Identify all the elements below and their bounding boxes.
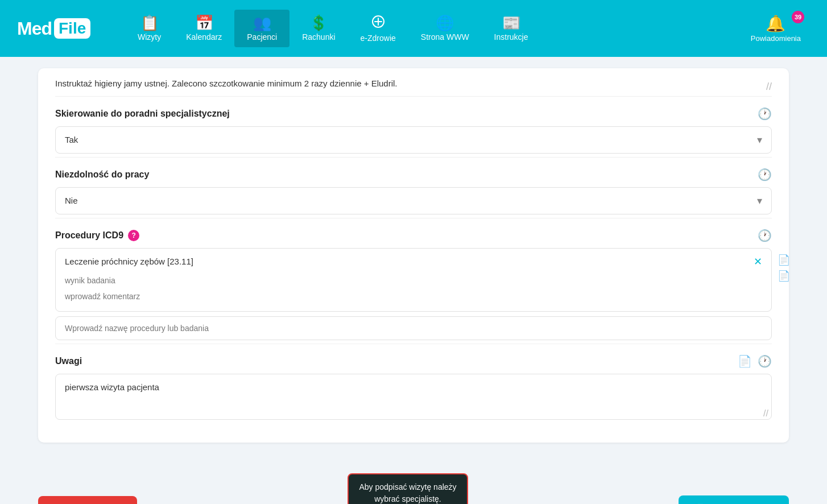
logo-file-box: File xyxy=(54,18,90,39)
nav-kalendarz[interactable]: 📅 Kalendarz xyxy=(173,10,234,47)
strona-www-icon: 🌐 xyxy=(436,15,454,30)
icd9-label-row: Procedury ICD9 ? xyxy=(55,230,139,241)
skierowanie-history-icon[interactable]: 🕐 xyxy=(758,107,772,121)
icd9-komentarz-input[interactable] xyxy=(65,288,762,304)
uwagi-box: pierwsza wizyta pacjenta // xyxy=(55,374,772,422)
icd9-tag-row: Leczenie próchnicy zębów [23.11] ✕ xyxy=(65,255,762,268)
niezdolnosc-history-icon[interactable]: 🕐 xyxy=(758,168,772,181)
form-card: Instruktaż higieny jamy ustnej. Zalecono… xyxy=(38,68,789,443)
delete-visit-button[interactable]: 🗑 Usuń wizytę xyxy=(38,496,137,505)
skierowanie-select[interactable]: Tak ▾ xyxy=(55,126,772,154)
top-text: Instruktaż higieny jamy ustnej. Zalecono… xyxy=(55,77,772,90)
uwagi-textarea[interactable]: pierwsza wizyta pacjenta xyxy=(55,374,772,420)
notifications-button[interactable]: 39 🔔 Powiadomienia xyxy=(742,9,810,48)
logo-med-text: Med xyxy=(17,18,52,39)
nav-wizyty-label: Wizyty xyxy=(138,32,161,42)
uwagi-doc-icon[interactable]: 📄 xyxy=(738,354,752,368)
sign-tooltip-line2: wybrać specjalistę. xyxy=(374,494,441,503)
icd9-history-icon[interactable]: 🕐 xyxy=(758,229,772,242)
icd9-close-icon[interactable]: ✕ xyxy=(754,255,762,268)
footer-bar: 🗑 Usuń wizytę Aby podpisać wizytę należy… xyxy=(15,460,812,505)
procedure-search-input[interactable] xyxy=(55,316,772,340)
niezdolnosc-header: Niezdolność do pracy 🕐 xyxy=(55,168,772,181)
uwagi-header: Uwagi 📄 🕐 xyxy=(55,354,772,368)
icd9-sub-inputs xyxy=(65,272,762,304)
icd9-title: Procedury ICD9 xyxy=(55,230,123,241)
pacjenci-icon: 👥 xyxy=(253,15,271,30)
save-changes-button[interactable]: 💾 Zapisz zmiany xyxy=(679,495,789,504)
sign-wrapper: Aby podpisać wizytę należy wybrać specja… xyxy=(329,473,486,505)
nav-e-zdrowie-label: e-Zdrowie xyxy=(361,34,396,43)
e-zdrowie-icon xyxy=(371,14,386,31)
notifications-label: Powiadomienia xyxy=(751,34,801,43)
niezdolnosc-title: Niezdolność do pracy xyxy=(55,170,149,180)
icd9-doc1-icon[interactable]: 📄 xyxy=(778,254,790,266)
top-text-section: Instruktaż higieny jamy ustnej. Zalecono… xyxy=(55,68,772,97)
sign-tooltip: Aby podpisać wizytę należy wybrać specja… xyxy=(348,473,468,505)
nav-pacjenci[interactable]: 👥 Pacjenci xyxy=(234,10,290,47)
nav-instrukcje-label: Instrukcje xyxy=(494,32,528,42)
nav-wizyty[interactable]: 📋 Wizyty xyxy=(125,10,173,47)
skierowanie-header: Skierowanie do poradni specjalistycznej … xyxy=(55,107,772,121)
nav-pacjenci-label: Pacjenci xyxy=(247,32,277,42)
uwagi-icons-group: 📄 🕐 xyxy=(738,354,772,368)
instrukcje-icon: 📰 xyxy=(502,15,520,30)
icd9-action-icons: 📄 📄 xyxy=(778,254,790,282)
niezdolnosc-section: Niezdolność do pracy 🕐 Nie ▾ xyxy=(55,158,772,218)
icd9-header: Procedury ICD9 ? 🕐 xyxy=(55,229,772,242)
nav-kalendarz-label: Kalendarz xyxy=(186,32,222,42)
app-logo[interactable]: Med File xyxy=(17,18,108,39)
icd9-help-icon[interactable]: ? xyxy=(128,230,139,241)
sign-tooltip-line1: Aby podpisać wizytę należy xyxy=(359,482,456,491)
app-header: Med File 📋 Wizyty 📅 Kalendarz 👥 Pacjenci… xyxy=(0,0,827,57)
logo-file-text: File xyxy=(59,19,86,37)
nav-rachunki[interactable]: 💲 Rachunki xyxy=(290,10,348,47)
uwagi-title: Uwagi xyxy=(55,356,82,366)
skierowanie-chevron-icon: ▾ xyxy=(757,134,762,146)
icd9-procedure-name: Leczenie próchnicy zębów [23.11] xyxy=(65,257,193,266)
main-nav: 📋 Wizyty 📅 Kalendarz 👥 Pacjenci 💲 Rachun… xyxy=(125,9,742,48)
icd9-procedure-box: Leczenie próchnicy zębów [23.11] ✕ 📄 📄 xyxy=(55,248,772,312)
notifications-badge: 39 xyxy=(792,11,804,23)
niezdolnosc-chevron-icon: ▾ xyxy=(757,195,762,207)
uwagi-history-icon[interactable]: 🕐 xyxy=(758,354,772,368)
icd9-wynik-input[interactable] xyxy=(65,272,762,288)
icd9-section: Procedury ICD9 ? 🕐 Leczenie próchnicy zę… xyxy=(55,218,772,344)
skierowanie-value: Tak xyxy=(65,135,78,144)
skierowanie-title: Skierowanie do poradni specjalistycznej xyxy=(55,109,230,119)
icd9-doc2-icon[interactable]: 📄 xyxy=(778,270,790,282)
uwagi-section: Uwagi 📄 🕐 pierwsza wizyta pacjenta // xyxy=(55,344,772,425)
nav-strona-www[interactable]: 🌐 Strona WWW xyxy=(408,10,482,47)
nav-instrukcje[interactable]: 📰 Instrukcje xyxy=(482,10,541,47)
nav-strona-www-label: Strona WWW xyxy=(421,32,469,42)
nav-rachunki-label: Rachunki xyxy=(302,32,335,42)
bell-icon: 🔔 xyxy=(766,14,785,33)
rachunki-icon: 💲 xyxy=(309,15,328,30)
resize-icon: // xyxy=(766,81,772,93)
niezdolnosc-select[interactable]: Nie ▾ xyxy=(55,187,772,214)
uwagi-resize-icon: // xyxy=(763,408,768,419)
main-content: Instruktaż higieny jamy ustnej. Zalecono… xyxy=(15,57,812,460)
icd9-entry: Leczenie próchnicy zębów [23.11] ✕ xyxy=(55,248,772,312)
skierowanie-section: Skierowanie do poradni specjalistycznej … xyxy=(55,97,772,158)
wizyty-icon: 📋 xyxy=(140,15,159,30)
nav-e-zdrowie[interactable]: e-Zdrowie xyxy=(348,9,408,48)
niezdolnosc-value: Nie xyxy=(65,196,78,205)
kalendarz-icon: 📅 xyxy=(195,15,213,30)
